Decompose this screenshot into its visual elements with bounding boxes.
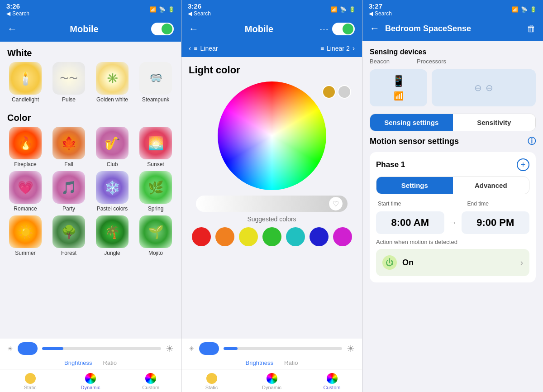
power-toggle-2[interactable]	[332, 23, 355, 35]
brightness-tab-2[interactable]: Brightness	[246, 359, 273, 366]
phase-title: Phase 1	[376, 160, 405, 169]
suggested-colors-row	[189, 227, 355, 246]
start-time-label: Start time	[376, 201, 440, 207]
ratio-tab-1[interactable]: Ratio	[103, 359, 117, 366]
arrow-spacer	[445, 201, 461, 207]
search-back-3[interactable]: Search	[375, 10, 392, 17]
list-item[interactable]: 🌳 Forest	[49, 215, 89, 256]
back-button-3[interactable]: ←	[370, 23, 380, 34]
list-item[interactable]: 💗 Romance	[5, 171, 45, 212]
scroll-content-1[interactable]: White 🕯️ Candlelight 〜〜 Pulse ✳️ Golden …	[0, 42, 181, 339]
list-item[interactable]: 〜〜 Pulse	[49, 62, 89, 103]
color-green[interactable]	[262, 227, 281, 246]
tab-custom-2[interactable]: Custom	[302, 373, 362, 390]
start-time-box[interactable]: 8:00 AM	[376, 211, 444, 234]
list-item[interactable]: ☀️ Summer	[5, 215, 45, 256]
brightness-min-icon-2: ☀	[189, 345, 195, 352]
list-item[interactable]: 🎵 Party	[49, 171, 89, 212]
color-cyan[interactable]	[286, 227, 305, 246]
custom-label-1: Custom	[142, 385, 159, 390]
list-item[interactable]: 🕯️ Candlelight	[5, 62, 45, 103]
brightness-tab-1[interactable]: Brightness	[64, 359, 92, 366]
status-time-3: 3:27 ◀ Search	[369, 2, 392, 17]
processors-device-box[interactable]: ⊖ ⊖	[432, 69, 536, 106]
panel-3: 3:27 ◀ Search 📶 📡 🔋 ← Bedroom SpaceSense…	[362, 0, 543, 392]
beacon-device-box[interactable]: 📱 📶	[370, 69, 427, 106]
ratio-tab-2[interactable]: Ratio	[284, 359, 298, 366]
sensing-subtitle: Beacon Processors	[370, 58, 536, 65]
beacon-icon: 📱	[392, 75, 405, 87]
color-purple[interactable]	[333, 227, 352, 246]
list-item[interactable]: 🌿 Spring	[136, 171, 176, 212]
list-item[interactable]: 🌅 Sunset	[136, 127, 176, 167]
settings-tab[interactable]: Settings	[376, 177, 453, 194]
list-item[interactable]: 🌴 Jungle	[92, 215, 132, 256]
saturation-handle[interactable]: ♡	[329, 196, 343, 211]
color-wheel-container[interactable]	[189, 81, 355, 190]
list-item[interactable]: 🍁 Fall	[49, 127, 89, 167]
list-item[interactable]: ❄️ Pastel colors	[92, 171, 132, 212]
end-time-box[interactable]: 9:00 PM	[462, 211, 530, 234]
status-bar-3: 3:27 ◀ Search 📶 📡 🔋	[362, 0, 543, 18]
sensing-settings-tab[interactable]: Sensing settings	[370, 114, 453, 131]
wifi-icon-2: 📡	[340, 6, 347, 13]
list-item[interactable]: 🔥 Fireplace	[5, 127, 45, 167]
list-item[interactable]: 🥽 Steampunk	[136, 62, 176, 103]
color-orange[interactable]	[215, 227, 234, 246]
linear-nav: ‹ ≡ Linear ≡ Linear 2 ›	[181, 42, 362, 57]
color-grid: 🔥 Fireplace 🍁 Fall 🎷 Club 🌅 Sunset 💗 Rom…	[0, 127, 181, 260]
search-back-2[interactable]: Search	[194, 10, 211, 17]
list-item[interactable]: ✳️ Golden white	[92, 62, 132, 103]
club-icon: 🎷	[96, 127, 129, 159]
brightness-toggle-1[interactable]	[18, 342, 38, 355]
list-item[interactable]: 🎷 Club	[92, 127, 132, 167]
power-toggle-1[interactable]	[151, 23, 174, 35]
sensing-section: Sensing devices Beacon Processors 📱 📶 ⊖ …	[370, 48, 536, 106]
tab-dynamic-2[interactable]: Dynamic	[242, 373, 302, 390]
back-button-2[interactable]: ←	[189, 23, 199, 35]
status-icons-2: 📶 📡 🔋	[331, 6, 356, 13]
tab-static-1[interactable]: Static	[0, 373, 60, 390]
nav-left[interactable]: ‹ ≡ Linear	[189, 44, 218, 53]
party-label: Party	[62, 206, 75, 212]
info-icon[interactable]: ⓘ	[528, 136, 536, 147]
fireplace-label: Fireplace	[14, 161, 36, 167]
start-time-value: 8:00 AM	[391, 217, 429, 228]
list-item[interactable]: 🌱 Mojito	[136, 215, 176, 256]
mojito-label: Mojito	[148, 250, 163, 256]
back-button-1[interactable]: ←	[7, 23, 17, 35]
status-bar-2: 3:26 ◀ Search 📶 📡 🔋	[181, 0, 362, 18]
tab-dynamic-1[interactable]: Dynamic	[60, 373, 120, 390]
steampunk-label: Steampunk	[142, 96, 170, 103]
color-wheel[interactable]	[218, 81, 326, 190]
tab-static-2[interactable]: Static	[181, 373, 242, 390]
brightness-toggle-2[interactable]	[199, 342, 219, 355]
more-button-2[interactable]: ⋯	[319, 24, 329, 34]
color-yellow[interactable]	[239, 227, 258, 246]
brightness-slider-2[interactable]	[224, 347, 342, 350]
brightness-row-2: ☀ ☀	[181, 339, 362, 359]
color-wheel-section: Light color ♡ Suggested colors	[181, 57, 362, 339]
advanced-tab[interactable]: Advanced	[453, 177, 529, 194]
sunset-icon: 🌅	[139, 127, 172, 159]
bottom-tabs-2: Static Dynamic Custom	[181, 369, 362, 392]
tab-custom-1[interactable]: Custom	[121, 373, 181, 390]
panel-2: 3:26 ◀ Search 📶 📡 🔋 ← Mobile ⋯ ‹ ≡ Linea…	[181, 0, 362, 392]
color-red[interactable]	[192, 227, 211, 246]
search-back-1[interactable]: Search	[12, 10, 29, 17]
action-box[interactable]: ⏻ On ›	[376, 249, 529, 276]
suggested-label: Suggested colors	[189, 215, 355, 223]
saturation-bar[interactable]: ♡	[196, 196, 348, 212]
custom-label-2: Custom	[324, 385, 341, 390]
brightness-slider-1[interactable]	[42, 347, 161, 350]
color-blue[interactable]	[310, 227, 329, 246]
trash-icon[interactable]: 🗑	[527, 24, 536, 34]
action-text: On	[402, 258, 515, 268]
phase-add-button[interactable]: +	[517, 158, 529, 171]
phase-tabs: Settings Advanced	[376, 177, 529, 194]
sensitivity-tab[interactable]: Sensitivity	[453, 114, 536, 131]
dynamic-icon-2	[267, 373, 277, 384]
brightness-row-1: ☀ ☀	[0, 339, 181, 359]
mojito-icon: 🌱	[139, 215, 172, 248]
nav-right[interactable]: ≡ Linear 2 ›	[320, 44, 355, 53]
